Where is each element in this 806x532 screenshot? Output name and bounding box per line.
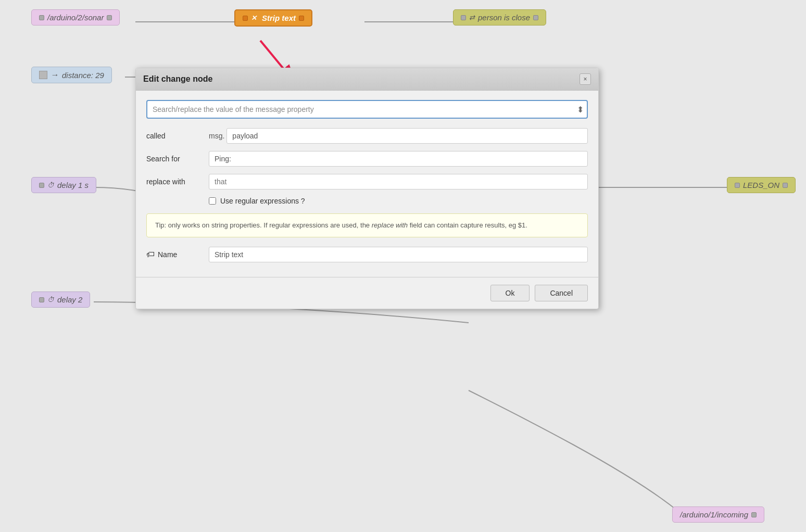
replace-with-row: replace with: [146, 174, 588, 189]
node-delay1-label: delay 1 s: [57, 181, 89, 189]
dialog-body: Search/replace the value of the message …: [136, 91, 598, 277]
node-strip-text-connector-left: [243, 16, 248, 21]
select-wrapper: Search/replace the value of the message …: [146, 100, 588, 119]
name-input[interactable]: [209, 247, 588, 262]
node-strip-text-connector-right: [299, 16, 304, 21]
msg-prefix: msg.: [209, 132, 224, 140]
distance-icon: →: [51, 70, 59, 80]
node-leds-on[interactable]: LEDS_ON: [727, 177, 796, 193]
node-distance-label: distance: 29: [62, 71, 104, 80]
node-strip-text[interactable]: ✕ Strip text: [234, 9, 312, 27]
search-for-input[interactable]: [209, 151, 588, 167]
node-incoming-connector-right: [751, 512, 757, 517]
dialog-header: Edit change node ×: [136, 68, 598, 91]
node-incoming-label: /arduino/1/incoming: [680, 510, 748, 519]
node-connector-right: [107, 15, 112, 20]
tip-box: Tip: only works on string properties. If…: [146, 213, 588, 237]
node-incoming[interactable]: /arduino/1/incoming: [672, 506, 764, 523]
replace-with-label: replace with: [146, 178, 209, 186]
node-delay1[interactable]: ⏱ delay 1 s: [31, 177, 96, 193]
tag-icon: 🏷: [146, 250, 155, 259]
name-row: 🏷 Name: [146, 247, 588, 262]
search-for-label: Search for: [146, 155, 209, 163]
regex-checkbox-label[interactable]: Use regular expressions ?: [220, 197, 305, 205]
node-person-close-connector-left: [461, 15, 466, 20]
search-for-row: Search for: [146, 151, 588, 167]
node-connector-left: [39, 15, 44, 20]
tip-text: Tip: only works on string properties. If…: [155, 221, 370, 229]
node-distance-connector-left: [39, 71, 47, 79]
node-delay2[interactable]: ⏱ delay 2: [31, 292, 90, 308]
cancel-button[interactable]: Cancel: [535, 285, 588, 301]
name-label-container: 🏷 Name: [146, 250, 209, 259]
strip-text-icon: ✕: [251, 14, 257, 22]
called-row: called msg.: [146, 128, 588, 144]
delay1-icon: ⏱: [47, 181, 54, 189]
node-arduino-sonar[interactable]: /arduino/2/sonar: [31, 9, 120, 26]
node-delay2-label: delay 2: [57, 295, 82, 304]
node-leds-on-label: LEDS_ON: [743, 181, 779, 189]
regex-checkbox-row: Use regular expressions ?: [209, 197, 588, 205]
called-input[interactable]: [226, 128, 588, 144]
replace-with-input[interactable]: [209, 174, 588, 189]
edit-change-node-dialog: Edit change node × Search/replace the va…: [135, 68, 599, 309]
node-arduino-sonar-label: /arduino/2/sonar: [47, 13, 104, 22]
tip-text2: field can contain capture results, eg $1…: [410, 221, 527, 229]
operation-select[interactable]: Search/replace the value of the message …: [146, 100, 588, 119]
node-distance[interactable]: → distance: 29: [31, 67, 112, 83]
dropdown-row: Search/replace the value of the message …: [146, 100, 588, 119]
node-person-close-connector-right: [533, 15, 538, 20]
delay2-icon: ⏱: [47, 296, 54, 303]
ok-button[interactable]: Ok: [490, 285, 530, 301]
name-label: Name: [158, 250, 177, 259]
dialog-close-button[interactable]: ×: [580, 73, 591, 85]
node-leds-on-connector-right: [783, 183, 788, 188]
called-label: called: [146, 132, 209, 140]
node-delay2-connector-left: [39, 297, 44, 302]
node-delay1-connector-left: [39, 183, 44, 188]
person-close-icon: ⇄: [469, 14, 475, 21]
tip-italic: replace with: [372, 221, 408, 229]
regex-checkbox[interactable]: [209, 197, 216, 205]
node-strip-text-label: Strip text: [262, 14, 296, 22]
dialog-footer: Ok Cancel: [136, 277, 598, 309]
dialog-title: Edit change node: [143, 74, 212, 84]
node-leds-on-connector-left: [735, 183, 740, 188]
node-person-close[interactable]: ⇄ person is close: [453, 9, 546, 26]
node-person-close-label: person is close: [478, 13, 530, 22]
